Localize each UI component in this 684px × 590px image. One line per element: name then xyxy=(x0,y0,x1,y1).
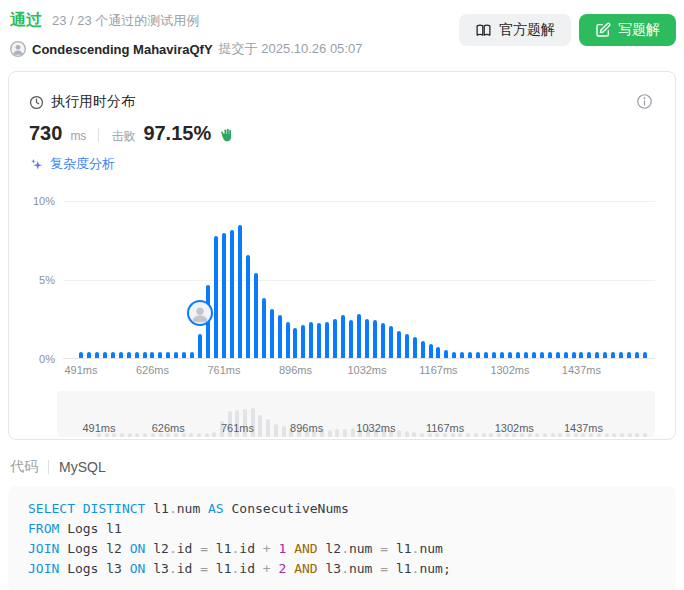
histogram-bar[interactable] xyxy=(595,352,599,358)
histogram-bar[interactable] xyxy=(492,352,496,358)
code-line: FROM Logs l1 xyxy=(28,519,656,539)
histogram-bar[interactable] xyxy=(95,352,99,358)
write-solution-button[interactable]: 写题解 xyxy=(579,14,676,46)
info-icon[interactable] xyxy=(633,90,655,112)
histogram-bar[interactable] xyxy=(333,319,337,359)
mini-histogram-bar xyxy=(258,415,262,437)
histogram-bar[interactable] xyxy=(150,352,154,358)
histogram-bar[interactable] xyxy=(238,225,242,358)
histogram-bar[interactable] xyxy=(452,352,456,358)
histogram-bar[interactable] xyxy=(341,315,345,358)
histogram-bar[interactable] xyxy=(516,352,520,358)
histogram-bar[interactable] xyxy=(460,352,464,358)
histogram-bar[interactable] xyxy=(293,328,297,358)
runtime-unit: ms xyxy=(70,129,86,143)
histogram-bar[interactable] xyxy=(564,352,568,358)
histogram-bar[interactable] xyxy=(317,323,321,358)
histogram-bar[interactable] xyxy=(365,319,369,359)
histogram-bar[interactable] xyxy=(309,322,313,358)
official-solution-button[interactable]: 官方题解 xyxy=(459,14,571,46)
histogram-bar[interactable] xyxy=(587,352,591,358)
histogram-bar[interactable] xyxy=(484,352,488,358)
histogram-bar[interactable] xyxy=(468,352,472,358)
histogram-bar[interactable] xyxy=(476,352,480,358)
histogram-bar[interactable] xyxy=(540,352,544,358)
histogram-bar[interactable] xyxy=(190,352,194,358)
histogram-bar[interactable] xyxy=(158,352,162,358)
histogram-bar[interactable] xyxy=(405,334,409,358)
histogram-bar[interactable] xyxy=(254,273,258,358)
histogram-bar[interactable] xyxy=(381,323,385,358)
mini-x-tick-label: 491ms xyxy=(82,422,115,434)
histogram-bar[interactable] xyxy=(627,352,631,358)
mini-histogram-bar xyxy=(620,433,624,438)
histogram-bar[interactable] xyxy=(421,341,425,358)
mini-histogram-bar xyxy=(212,432,216,437)
histogram-bar[interactable] xyxy=(643,352,647,358)
histogram-bar[interactable] xyxy=(357,314,361,358)
histogram-bar[interactable] xyxy=(87,352,91,358)
histogram-bar[interactable] xyxy=(429,344,433,358)
complexity-analysis-link[interactable]: 复杂度分析 xyxy=(29,155,655,173)
x-tick-label: 491ms xyxy=(64,364,97,376)
mini-histogram-bar xyxy=(405,431,409,437)
histogram-bar[interactable] xyxy=(572,352,576,358)
histogram-bar[interactable] xyxy=(389,326,393,358)
submission-result-page: 通过 23 / 23 个通过的测试用例 Condescending Mahavi… xyxy=(0,0,684,590)
histogram-bar[interactable] xyxy=(111,352,115,358)
mini-histogram-bar xyxy=(328,430,332,437)
histogram-bar[interactable] xyxy=(182,352,186,358)
x-tick-label: 1167ms xyxy=(419,364,457,376)
histogram-bar[interactable] xyxy=(397,331,401,358)
histogram-bar[interactable] xyxy=(556,352,560,358)
y-tick-0: 0% xyxy=(39,353,55,365)
x-tick-label: 1032ms xyxy=(347,364,386,376)
histogram-bar[interactable] xyxy=(532,352,536,358)
histogram-bar[interactable] xyxy=(166,352,170,358)
histogram-bar[interactable] xyxy=(444,350,448,358)
histogram-bar[interactable] xyxy=(103,352,107,358)
divider xyxy=(48,460,49,474)
histogram-bar[interactable] xyxy=(508,352,512,358)
histogram-bar[interactable] xyxy=(373,320,377,358)
histogram-bar[interactable] xyxy=(619,352,623,358)
histogram-bar[interactable] xyxy=(436,347,440,358)
histogram-bar[interactable] xyxy=(548,352,552,358)
submitted-code-block: SELECT DISTINCT l1.num AS ConsecutiveNum… xyxy=(8,486,676,590)
mini-histogram-bar xyxy=(335,429,339,437)
histogram-bar[interactable] xyxy=(198,334,202,358)
submitted-at: 提交于 2025.10.26 05:07 xyxy=(219,40,363,58)
histogram-range-navigator[interactable]: 491ms626ms761ms896ms1032ms1167ms1302ms14… xyxy=(57,391,655,437)
histogram-bar[interactable] xyxy=(635,352,639,358)
histogram-bar[interactable] xyxy=(349,320,353,358)
histogram-bar[interactable] xyxy=(278,315,282,358)
histogram-bar[interactable] xyxy=(119,352,123,358)
user-runtime-marker[interactable] xyxy=(187,300,213,326)
histogram-bar[interactable] xyxy=(270,309,274,358)
histogram-bar[interactable] xyxy=(135,352,139,358)
mini-histogram-bar xyxy=(351,428,355,437)
histogram-bar[interactable] xyxy=(127,352,131,358)
histogram-bar[interactable] xyxy=(262,298,266,358)
histogram-bar[interactable] xyxy=(500,352,504,358)
histogram-bar[interactable] xyxy=(413,337,417,358)
histogram-bar[interactable] xyxy=(611,352,615,358)
histogram-bar[interactable] xyxy=(579,352,583,358)
mini-histogram-bar xyxy=(128,433,132,438)
histogram-bar[interactable] xyxy=(246,255,250,358)
histogram-bar[interactable] xyxy=(214,236,218,358)
histogram-bar[interactable] xyxy=(301,325,305,358)
username[interactable]: Condescending MahaviraQfY xyxy=(32,42,213,57)
histogram-bar[interactable] xyxy=(286,322,290,358)
histogram-bar[interactable] xyxy=(524,352,528,358)
histogram-bar[interactable] xyxy=(79,352,83,358)
user-avatar[interactable] xyxy=(10,41,26,57)
mini-x-tick-label: 1437ms xyxy=(564,422,603,434)
histogram-bar[interactable] xyxy=(325,322,329,358)
histogram-bar[interactable] xyxy=(143,352,147,358)
histogram-bar[interactable] xyxy=(174,352,178,358)
histogram-bar[interactable] xyxy=(230,230,234,358)
mini-histogram-bar xyxy=(274,424,278,437)
histogram-bar[interactable] xyxy=(222,233,226,358)
histogram-bar[interactable] xyxy=(603,352,607,358)
